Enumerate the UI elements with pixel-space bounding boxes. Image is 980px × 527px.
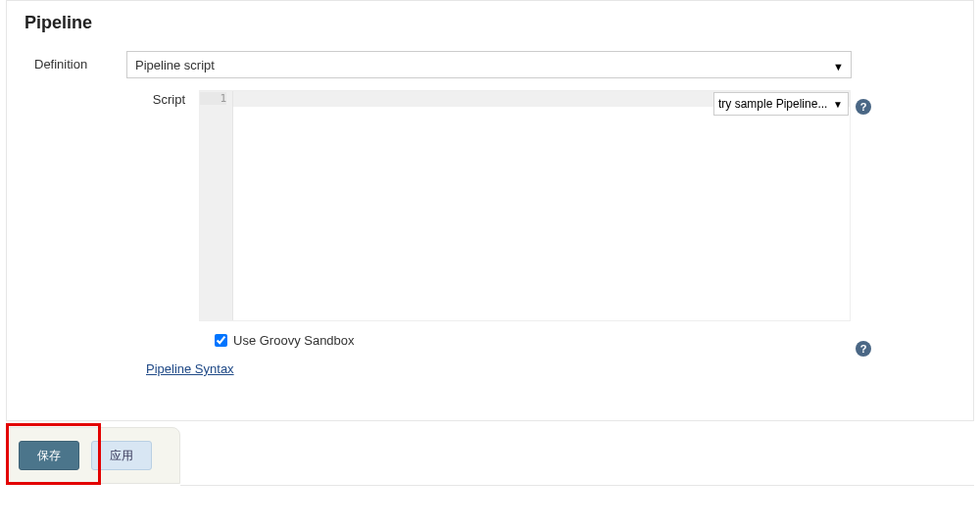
groovy-sandbox-label: Use Groovy Sandbox: [233, 333, 355, 348]
definition-select[interactable]: Pipeline script: [126, 51, 852, 78]
pipeline-syntax-link[interactable]: Pipeline Syntax: [146, 361, 234, 376]
editor-gutter: 1: [200, 91, 233, 320]
save-button[interactable]: 保存: [19, 441, 79, 470]
divider: [180, 485, 974, 486]
script-editor-holder: 1 try sample Pipeline... ▼: [199, 90, 851, 321]
script-editor[interactable]: 1: [199, 90, 851, 321]
definition-label: Definition: [24, 51, 126, 72]
definition-row: Definition Pipeline script ▼: [24, 51, 956, 78]
script-row: Script 1 try sample Pipeline... ▼: [24, 90, 956, 321]
apply-button[interactable]: 应用: [91, 441, 152, 470]
sample-select-wrap: try sample Pipeline... ▼: [713, 92, 849, 116]
definition-select-wrap: Pipeline script ▼: [126, 51, 852, 78]
groovy-sandbox-checkbox[interactable]: [215, 334, 227, 347]
footer: 保存 应用: [6, 427, 974, 486]
button-box: 保存 应用: [6, 427, 180, 484]
section-title: Pipeline: [24, 1, 956, 51]
script-label: Script: [24, 90, 199, 107]
divider: [7, 420, 973, 421]
help-icon[interactable]: ?: [856, 341, 871, 357]
gutter-line: 1: [200, 92, 226, 105]
editor-code-area[interactable]: [233, 91, 850, 320]
sample-pipeline-select[interactable]: try sample Pipeline...: [713, 92, 849, 116]
sandbox-row: Use Groovy Sandbox: [215, 333, 956, 348]
pipeline-section: Pipeline Definition Pipeline script ▼ Sc…: [6, 0, 974, 421]
help-icon[interactable]: ?: [856, 99, 871, 115]
